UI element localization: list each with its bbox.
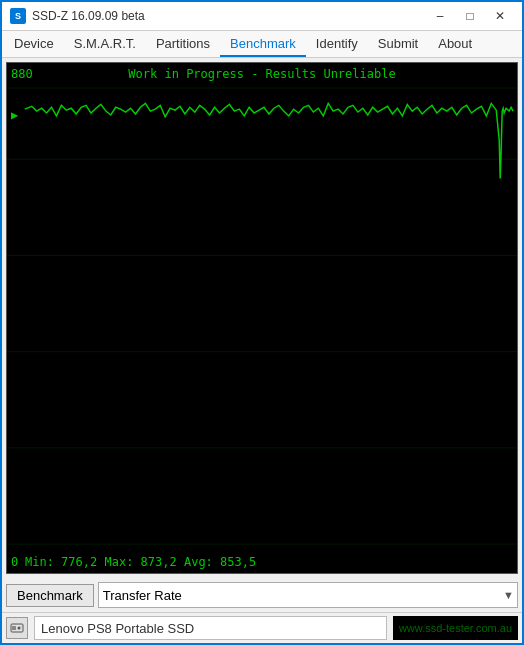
website-url-label: www.ssd-tester.com.au — [393, 616, 518, 640]
close-button[interactable]: ✕ — [486, 5, 514, 27]
menu-bar: Device S.M.A.R.T. Partitions Benchmark I… — [2, 31, 522, 58]
menu-item-device[interactable]: Device — [4, 32, 64, 57]
drive-name-label: Lenovo PS8 Portable SSD — [34, 616, 387, 640]
benchmark-button[interactable]: Benchmark — [6, 584, 94, 607]
menu-item-partitions[interactable]: Partitions — [146, 32, 220, 57]
svg-point-8 — [18, 627, 21, 630]
benchmark-chart — [7, 63, 517, 573]
app-icon: S — [10, 8, 26, 24]
chart-container: 880 Work in Progress - Results Unreliabl… — [6, 62, 518, 574]
menu-item-benchmark[interactable]: Benchmark — [220, 32, 306, 57]
maximize-button[interactable]: □ — [456, 5, 484, 27]
transfer-rate-dropdown-wrapper: Transfer Rate Access Time IOPS ▼ — [98, 582, 518, 608]
main-window: S SSD-Z 16.09.09 beta – □ ✕ Device S.M.A… — [0, 0, 524, 645]
title-bar-controls: – □ ✕ — [426, 5, 514, 27]
menu-item-identify[interactable]: Identify — [306, 32, 368, 57]
menu-item-submit[interactable]: Submit — [368, 32, 428, 57]
app-title: SSD-Z 16.09.09 beta — [32, 9, 145, 23]
svg-point-9 — [21, 626, 22, 627]
menu-item-smart[interactable]: S.M.A.R.T. — [64, 32, 146, 57]
drive-icon — [6, 617, 28, 639]
hdd-icon — [10, 621, 24, 635]
menu-item-about[interactable]: About — [428, 32, 482, 57]
svg-rect-7 — [12, 626, 16, 630]
bottom-bar: Benchmark Transfer Rate Access Time IOPS… — [2, 578, 522, 612]
minimize-button[interactable]: – — [426, 5, 454, 27]
status-bar: Lenovo PS8 Portable SSD www.ssd-tester.c… — [2, 612, 522, 643]
title-bar: S SSD-Z 16.09.09 beta – □ ✕ — [2, 2, 522, 31]
transfer-rate-dropdown[interactable]: Transfer Rate Access Time IOPS — [98, 582, 518, 608]
title-bar-left: S SSD-Z 16.09.09 beta — [10, 8, 145, 24]
chart-area: 880 Work in Progress - Results Unreliabl… — [7, 63, 517, 573]
